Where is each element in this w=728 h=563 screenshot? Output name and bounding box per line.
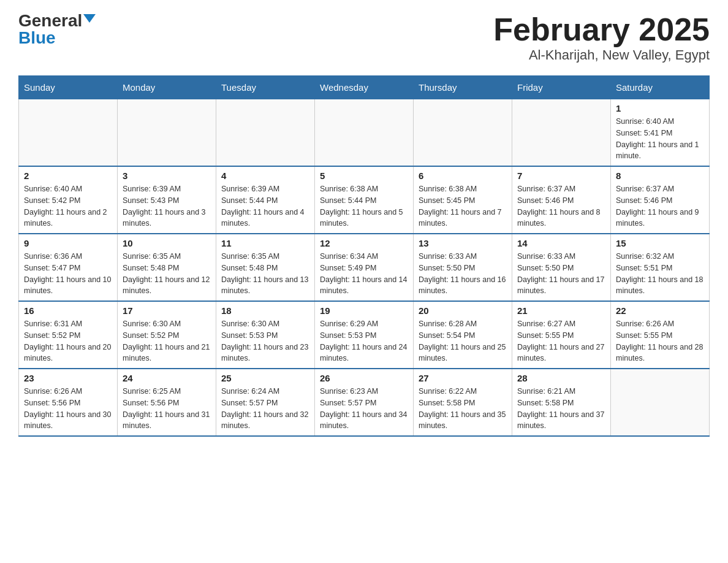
calendar-cell: 14Sunrise: 6:33 AMSunset: 5:50 PMDayligh…: [512, 234, 611, 301]
calendar-cell: 18Sunrise: 6:30 AMSunset: 5:53 PMDayligh…: [216, 301, 315, 369]
day-number: 1: [616, 103, 704, 113]
calendar-cell: 4Sunrise: 6:39 AMSunset: 5:44 PMDaylight…: [216, 166, 315, 234]
calendar-cell: [512, 99, 611, 167]
day-number: 2: [24, 170, 112, 181]
day-info: Sunrise: 6:27 AMSunset: 5:55 PMDaylight:…: [517, 318, 605, 364]
day-number: 14: [517, 238, 605, 248]
calendar-cell: 17Sunrise: 6:30 AMSunset: 5:52 PMDayligh…: [118, 301, 216, 369]
day-number: 9: [24, 238, 112, 248]
logo-triangle-icon: [83, 14, 96, 23]
day-info: Sunrise: 6:22 AMSunset: 5:58 PMDaylight:…: [419, 386, 507, 432]
day-info: Sunrise: 6:25 AMSunset: 5:56 PMDaylight:…: [123, 386, 211, 432]
logo-text-general: General: [18, 12, 82, 29]
calendar-cell: 26Sunrise: 6:23 AMSunset: 5:57 PMDayligh…: [315, 369, 414, 436]
calendar-body: 1Sunrise: 6:40 AMSunset: 5:41 PMDaylight…: [19, 99, 710, 437]
day-info: Sunrise: 6:40 AMSunset: 5:41 PMDaylight:…: [616, 116, 704, 162]
day-number: 13: [419, 238, 507, 248]
day-number: 25: [221, 373, 309, 383]
day-number: 21: [517, 305, 605, 316]
calendar-cell: 15Sunrise: 6:32 AMSunset: 5:51 PMDayligh…: [611, 234, 710, 301]
day-number: 3: [123, 170, 211, 181]
header-day: Friday: [512, 76, 611, 99]
day-number: 10: [123, 238, 211, 248]
calendar-cell: [216, 99, 315, 167]
day-info: Sunrise: 6:29 AMSunset: 5:53 PMDaylight:…: [320, 318, 408, 364]
day-info: Sunrise: 6:39 AMSunset: 5:44 PMDaylight:…: [221, 183, 309, 229]
header-day: Wednesday: [315, 76, 414, 99]
calendar-cell: 23Sunrise: 6:26 AMSunset: 5:56 PMDayligh…: [19, 369, 118, 436]
day-info: Sunrise: 6:30 AMSunset: 5:53 PMDaylight:…: [221, 318, 309, 364]
calendar-cell: 20Sunrise: 6:28 AMSunset: 5:54 PMDayligh…: [414, 301, 512, 369]
calendar-cell: [414, 99, 512, 167]
calendar-cell: 5Sunrise: 6:38 AMSunset: 5:44 PMDaylight…: [315, 166, 414, 234]
day-number: 6: [419, 170, 507, 181]
day-number: 5: [320, 170, 408, 181]
day-info: Sunrise: 6:38 AMSunset: 5:44 PMDaylight:…: [320, 183, 408, 229]
calendar-cell: 7Sunrise: 6:37 AMSunset: 5:46 PMDaylight…: [512, 166, 611, 234]
day-info: Sunrise: 6:30 AMSunset: 5:52 PMDaylight:…: [123, 318, 211, 364]
calendar-table: SundayMondayTuesdayWednesdayThursdayFrid…: [18, 75, 710, 437]
day-info: Sunrise: 6:38 AMSunset: 5:45 PMDaylight:…: [419, 183, 507, 229]
header-day: Monday: [118, 76, 216, 99]
calendar-title: February 2025: [493, 12, 710, 47]
calendar-cell: 25Sunrise: 6:24 AMSunset: 5:57 PMDayligh…: [216, 369, 315, 436]
logo: General Blue: [18, 12, 96, 47]
day-info: Sunrise: 6:35 AMSunset: 5:48 PMDaylight:…: [123, 251, 211, 297]
day-info: Sunrise: 6:28 AMSunset: 5:54 PMDaylight:…: [419, 318, 507, 364]
day-number: 20: [419, 305, 507, 316]
day-number: 11: [221, 238, 309, 248]
day-number: 12: [320, 238, 408, 248]
day-info: Sunrise: 6:32 AMSunset: 5:51 PMDaylight:…: [616, 251, 704, 297]
calendar-week-row: 2Sunrise: 6:40 AMSunset: 5:42 PMDaylight…: [19, 166, 710, 234]
calendar-cell: 16Sunrise: 6:31 AMSunset: 5:52 PMDayligh…: [19, 301, 118, 369]
day-number: 16: [24, 305, 112, 316]
day-number: 15: [616, 238, 704, 248]
day-info: Sunrise: 6:36 AMSunset: 5:47 PMDaylight:…: [24, 251, 112, 297]
day-info: Sunrise: 6:33 AMSunset: 5:50 PMDaylight:…: [419, 251, 507, 297]
logo-text-blue: Blue: [18, 29, 56, 47]
day-info: Sunrise: 6:34 AMSunset: 5:49 PMDaylight:…: [320, 251, 408, 297]
day-info: Sunrise: 6:37 AMSunset: 5:46 PMDaylight:…: [616, 183, 704, 229]
day-info: Sunrise: 6:39 AMSunset: 5:43 PMDaylight:…: [123, 183, 211, 229]
day-info: Sunrise: 6:23 AMSunset: 5:57 PMDaylight:…: [320, 386, 408, 432]
calendar-cell: 22Sunrise: 6:26 AMSunset: 5:55 PMDayligh…: [611, 301, 710, 369]
calendar-cell: 28Sunrise: 6:21 AMSunset: 5:58 PMDayligh…: [512, 369, 611, 436]
calendar-cell: 12Sunrise: 6:34 AMSunset: 5:49 PMDayligh…: [315, 234, 414, 301]
header-day: Thursday: [414, 76, 512, 99]
page-header: General Blue February 2025 Al-Kharijah, …: [18, 12, 710, 63]
calendar-cell: [118, 99, 216, 167]
calendar-cell: 2Sunrise: 6:40 AMSunset: 5:42 PMDaylight…: [19, 166, 118, 234]
day-number: 19: [320, 305, 408, 316]
day-number: 17: [123, 305, 211, 316]
day-info: Sunrise: 6:37 AMSunset: 5:46 PMDaylight:…: [517, 183, 605, 229]
day-info: Sunrise: 6:31 AMSunset: 5:52 PMDaylight:…: [24, 318, 112, 364]
day-number: 23: [24, 373, 112, 383]
calendar-cell: [315, 99, 414, 167]
header-day: Tuesday: [216, 76, 315, 99]
calendar-cell: 1Sunrise: 6:40 AMSunset: 5:41 PMDaylight…: [611, 99, 710, 167]
day-number: 26: [320, 373, 408, 383]
day-number: 4: [221, 170, 309, 181]
day-info: Sunrise: 6:21 AMSunset: 5:58 PMDaylight:…: [517, 386, 605, 432]
day-number: 18: [221, 305, 309, 316]
calendar-week-row: 1Sunrise: 6:40 AMSunset: 5:41 PMDaylight…: [19, 99, 710, 167]
calendar-cell: 9Sunrise: 6:36 AMSunset: 5:47 PMDaylight…: [19, 234, 118, 301]
day-info: Sunrise: 6:40 AMSunset: 5:42 PMDaylight:…: [24, 183, 112, 229]
calendar-cell: 27Sunrise: 6:22 AMSunset: 5:58 PMDayligh…: [414, 369, 512, 436]
calendar-cell: 13Sunrise: 6:33 AMSunset: 5:50 PMDayligh…: [414, 234, 512, 301]
day-number: 24: [123, 373, 211, 383]
title-block: February 2025 Al-Kharijah, New Valley, E…: [493, 12, 710, 63]
day-number: 8: [616, 170, 704, 181]
calendar-subtitle: Al-Kharijah, New Valley, Egypt: [493, 47, 710, 63]
day-number: 28: [517, 373, 605, 383]
calendar-cell: 3Sunrise: 6:39 AMSunset: 5:43 PMDaylight…: [118, 166, 216, 234]
day-info: Sunrise: 6:26 AMSunset: 5:55 PMDaylight:…: [616, 318, 704, 364]
calendar-week-row: 23Sunrise: 6:26 AMSunset: 5:56 PMDayligh…: [19, 369, 710, 436]
calendar-cell: 10Sunrise: 6:35 AMSunset: 5:48 PMDayligh…: [118, 234, 216, 301]
day-info: Sunrise: 6:24 AMSunset: 5:57 PMDaylight:…: [221, 386, 309, 432]
header-day: Saturday: [611, 76, 710, 99]
day-number: 7: [517, 170, 605, 181]
day-info: Sunrise: 6:35 AMSunset: 5:48 PMDaylight:…: [221, 251, 309, 297]
calendar-week-row: 16Sunrise: 6:31 AMSunset: 5:52 PMDayligh…: [19, 301, 710, 369]
day-number: 27: [419, 373, 507, 383]
